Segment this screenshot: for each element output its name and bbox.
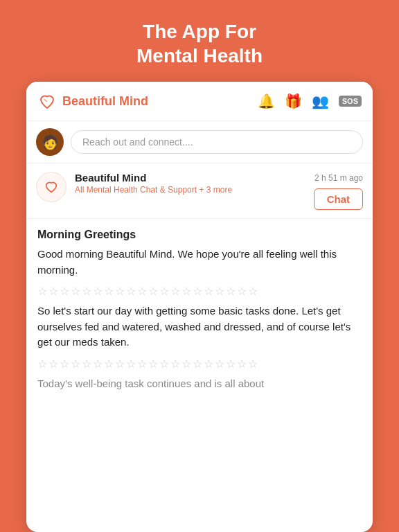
- gift-icon[interactable]: 🎁: [285, 93, 302, 109]
- sos-badge[interactable]: SOS: [339, 96, 362, 107]
- message-content: Morning Greetings Good morning Beautiful…: [26, 219, 373, 408]
- message-paragraph3: Today's well-being task continues and is…: [37, 376, 362, 392]
- star-divider-1: ☆☆☆☆☆☆☆☆☆☆☆☆☆☆☆☆☆☆☆☆: [37, 285, 362, 298]
- message-title: Morning Greetings: [37, 229, 362, 241]
- heart-icon: [37, 91, 57, 111]
- chat-button[interactable]: Chat: [314, 188, 363, 210]
- header-icons: 🔔 🎁 👥 SOS: [258, 93, 362, 109]
- app-logo: Beautiful Mind: [37, 91, 258, 111]
- notif-content: Beautiful Mind All Mental Health Chat & …: [75, 172, 363, 210]
- page-header: The App For Mental Health: [0, 0, 399, 82]
- notification-card: Beautiful Mind All Mental Health Chat & …: [26, 163, 373, 219]
- notif-right: 2 h 51 m ago Chat: [314, 172, 363, 210]
- star-divider-2: ☆☆☆☆☆☆☆☆☆☆☆☆☆☆☆☆☆☆☆☆: [37, 357, 362, 371]
- message-paragraph2: So let's start our day with getting some…: [37, 303, 362, 351]
- phone-card: Beautiful Mind 🔔 🎁 👥 SOS 🧑 Reach out and…: [26, 82, 373, 532]
- app-header: Beautiful Mind 🔔 🎁 👥 SOS: [26, 82, 373, 121]
- search-placeholder: Reach out and connect....: [82, 136, 193, 148]
- notif-time: 2 h 51 m ago: [314, 173, 363, 183]
- search-input[interactable]: Reach out and connect....: [71, 130, 363, 154]
- message-paragraph1: Good morning Beautiful Mind. We hope you…: [37, 247, 362, 278]
- header-line2: Mental Health: [136, 45, 263, 66]
- notif-logo: [36, 172, 66, 202]
- avatar: 🧑: [36, 128, 64, 156]
- notif-subtitle: All Mental Health Chat & Support + 3 mor…: [75, 185, 232, 195]
- group-icon[interactable]: 👥: [312, 93, 329, 109]
- app-name: Beautiful Mind: [62, 94, 148, 109]
- header-line1: The App For: [143, 21, 256, 42]
- notif-sender: Beautiful Mind: [75, 172, 232, 184]
- search-bar: 🧑 Reach out and connect....: [26, 121, 373, 163]
- notif-top-row: Beautiful Mind All Mental Health Chat & …: [75, 172, 363, 210]
- bell-icon[interactable]: 🔔: [258, 93, 275, 109]
